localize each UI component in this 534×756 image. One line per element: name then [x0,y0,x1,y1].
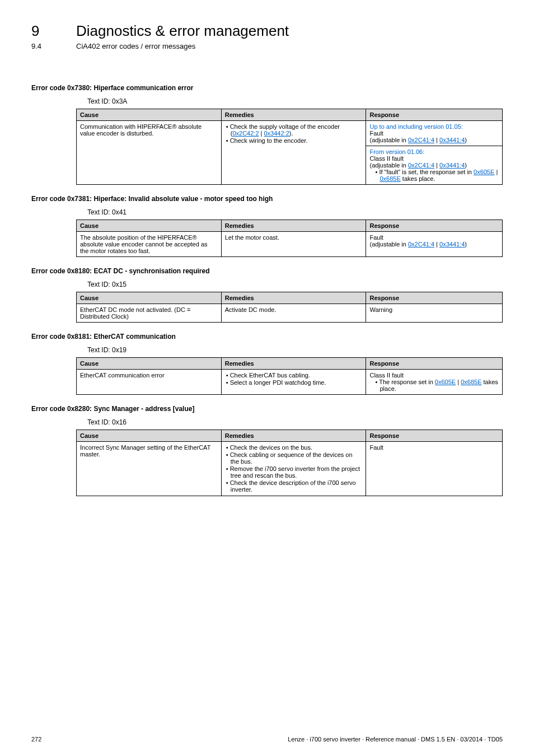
response-text: Class II fault [369,155,404,162]
th-response: Response [366,430,503,442]
link[interactable]: 0x2C41:4 [408,162,434,169]
error-title: Error code 0x8180: ECAT DC - synchronisa… [31,267,503,275]
link[interactable]: 0x605E [474,169,494,175]
error-title: Error code 0x7381: Hiperface: Invalid ab… [31,195,503,203]
response-text: ) [465,241,467,248]
th-remedies: Remedies [221,109,366,121]
cell-remedies: Check the devices on the bus. Check cabl… [221,442,366,496]
remedy-text: Check the device description of the i700… [230,479,356,493]
section-number: 9.4 [31,42,76,50]
cell-remedies: Let the motor coast. [221,232,366,257]
response-text: (adjustable in [369,137,408,143]
separator: _ _ _ _ _ _ _ _ _ _ _ _ _ _ _ _ _ _ _ _ … [31,63,503,72]
th-cause: Cause [77,109,222,121]
cell-cause: EtherCAT communication error [77,370,222,395]
th-remedies: Remedies [221,358,366,370]
cell-remedies: Check the supply voltage of the encoder … [221,121,366,185]
remedy-text: Check wiring to the encoder. [230,137,308,144]
text-id: Text ID: 0x19 [87,346,503,354]
text-id: Text ID: 0x41 [87,208,503,216]
text-id: Text ID: 0x3A [87,97,503,105]
footer-info: Lenze · i700 servo inverter · Reference … [288,736,503,743]
error-title: Error code 0x7380: Hiperface communicati… [31,84,503,92]
response-text: Fault [369,234,383,241]
remedy-text: Check EtherCAT bus cabling. [230,372,310,379]
th-response: Response [366,220,503,232]
error-table: Cause Remedies Response EtherCAT communi… [76,357,503,395]
cell-response: Up to and including version 01.05: Fault… [366,121,503,146]
cell-response: From version 01.06: Class II fault (adju… [366,146,503,185]
text-id: Text ID: 0x15 [87,281,503,288]
remedy-text: ). [289,130,293,137]
link[interactable]: 0x2C41:4 [408,241,434,248]
th-response: Response [366,109,503,121]
cell-remedies: Activate DC mode. [221,304,366,323]
response-text: ) [465,162,467,169]
response-bullet: If "fault" is set, the response set in [379,169,474,175]
th-remedies: Remedies [221,430,366,442]
remedy-text: Select a longer PDI watchdog time. [230,379,326,386]
link[interactable]: 0x685E [380,175,400,182]
cell-cause: Incorrect Sync Manager setting of the Et… [77,442,222,496]
th-cause: Cause [77,358,222,370]
th-cause: Cause [77,220,222,232]
response-version: Up to and including version 01.05: [369,123,462,130]
link[interactable]: 0x3441:4 [439,241,465,248]
page-number: 272 [31,736,41,743]
response-bullet: The response set in [379,379,435,385]
response-version: From version 01.06: [369,148,424,155]
th-remedies: Remedies [221,220,366,232]
th-response: Response [366,358,503,370]
link[interactable]: 0x685E [461,379,481,385]
response-text: ) [465,137,467,143]
chapter-title: Diagnostics & error management [76,22,289,40]
th-cause: Cause [77,430,222,442]
response-text: Fault [369,130,383,137]
error-title: Error code 0x8181: EtherCAT communicatio… [31,333,503,340]
link[interactable]: 0x2C42:2 [232,130,259,137]
link[interactable]: 0x2C41:4 [408,137,434,143]
cell-response: Fault [366,442,503,496]
text-id: Text ID: 0x16 [87,418,503,426]
cell-response: Warning [366,304,503,323]
cell-cause: The absolute position of the HIPERFACE® … [77,232,222,257]
cell-response: Class II fault The response set in 0x605… [366,370,503,395]
cell-cause: EtherCAT DC mode not activated. (DC = Di… [77,304,222,323]
link[interactable]: 0x3441:4 [439,137,465,143]
chapter-number: 9 [31,22,76,40]
error-title: Error code 0x8280: Sync Manager - addres… [31,405,503,413]
response-text: Class II fault [369,372,404,379]
error-table: Cause Remedies Response Communication wi… [76,109,503,185]
th-cause: Cause [77,292,222,304]
link[interactable]: 0x3441:4 [439,162,465,169]
error-table: Cause Remedies Response EtherCAT DC mode… [76,292,503,323]
error-table: Cause Remedies Response Incorrect Sync M… [76,430,503,496]
link[interactable]: 0x3442:2 [264,130,289,137]
remedy-text: Check cabling or sequence of the devices… [230,451,353,465]
remedy-text: Remove the i700 servo inverter from the … [230,465,360,479]
cell-cause: Communication with HIPERFACE® absolute v… [77,121,222,185]
cell-remedies: Check EtherCAT bus cabling. Select a lon… [221,370,366,395]
error-table: Cause Remedies Response The absolute pos… [76,220,503,257]
remedy-text: Check the devices on the bus. [230,444,312,451]
response-text: (adjustable in [369,241,408,248]
cell-response: Fault (adjustable in 0x2C41:4 | 0x3441:4… [366,232,503,257]
th-response: Response [366,292,503,304]
response-text: (adjustable in [369,162,408,169]
response-bullet: takes place. [401,175,435,182]
th-remedies: Remedies [221,292,366,304]
link[interactable]: 0x605E [435,379,456,385]
section-title: CiA402 error codes / error messages [76,42,195,50]
